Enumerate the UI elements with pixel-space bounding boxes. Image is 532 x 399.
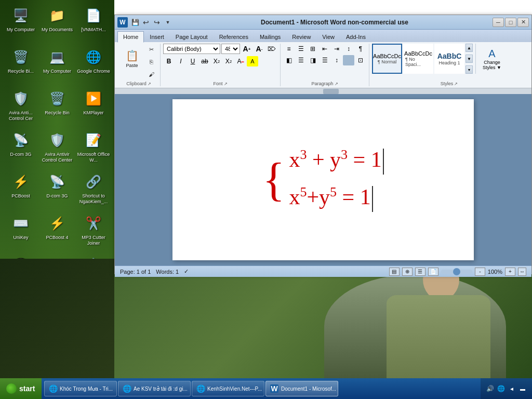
- increase-font-btn[interactable]: A+: [241, 44, 252, 54]
- strikethrough-button[interactable]: ab: [199, 56, 210, 66]
- zoom-slider[interactable]: [441, 270, 472, 274]
- clear-format-btn[interactable]: ⌦: [266, 44, 277, 54]
- font-size-select[interactable]: 48: [221, 44, 240, 54]
- tray-volume-icon[interactable]: 🔊: [486, 384, 494, 393]
- undo-quick-btn[interactable]: ↩: [141, 18, 151, 27]
- zoom-fit-btn[interactable]: ↔: [518, 268, 526, 276]
- tab-review[interactable]: Review: [286, 31, 316, 42]
- tab-view[interactable]: View: [316, 31, 340, 42]
- copy-button[interactable]: ⎘: [145, 56, 157, 68]
- cut-button[interactable]: ✂: [145, 44, 157, 55]
- style-no-spacing[interactable]: AaBbCcDc ¶ No Spaci...: [403, 44, 433, 74]
- underline-button[interactable]: U: [187, 56, 198, 66]
- desktop-icon-dcom3g[interactable]: 📡 D-com 3G: [3, 127, 39, 169]
- format-painter-button[interactable]: 🖌: [145, 69, 157, 80]
- quick-access-dropdown[interactable]: ▼: [163, 18, 172, 27]
- font-dialog-launcher[interactable]: ↗: [224, 82, 228, 86]
- line-spacing-btn[interactable]: ↕: [331, 55, 342, 65]
- desktop-icon-vnmath[interactable]: 📄 [VNMATH...: [75, 3, 112, 44]
- tab-page-layout[interactable]: Page Layout: [170, 31, 214, 42]
- superscript-button[interactable]: X2: [223, 56, 234, 66]
- recycle-bin-full-icon: 🗑️: [10, 47, 31, 68]
- zoom-in-btn[interactable]: +: [505, 268, 515, 276]
- desktop-icon-unikey[interactable]: ⌨️ UniKey: [3, 210, 39, 252]
- align-right-btn[interactable]: ◨: [307, 55, 318, 65]
- taskbar-item-3[interactable]: 🌐 KenhSinhVien.Net---P...: [192, 381, 264, 396]
- change-styles-button[interactable]: A ChangeStyles ▼: [478, 44, 506, 74]
- desktop-icon-mp3cutter[interactable]: ✂️ MP3 Cutter Joiner: [75, 210, 112, 252]
- desktop-icon-google-chrome[interactable]: 🌐 Google Chrome: [75, 44, 112, 86]
- minimize-button[interactable]: ─: [493, 18, 504, 27]
- shading-btn[interactable]: [343, 55, 354, 65]
- styles-dialog-launcher[interactable]: ↗: [454, 82, 458, 86]
- paste-button[interactable]: 📋 Paste: [120, 44, 144, 74]
- italic-button[interactable]: I: [175, 56, 187, 66]
- view-normal-btn[interactable]: ▤: [389, 268, 400, 276]
- tray-network-icon[interactable]: 🌐: [497, 384, 505, 393]
- multilevel-btn[interactable]: ⊞: [307, 44, 318, 54]
- justify-btn[interactable]: ☰: [319, 55, 330, 65]
- start-button[interactable]: start: [0, 378, 42, 399]
- bullets-btn[interactable]: ≡: [283, 44, 295, 54]
- desktop-icon-recycle-bin[interactable]: 🗑️ Recycle Bin: [39, 86, 75, 127]
- tab-references[interactable]: References: [214, 31, 254, 42]
- align-left-btn[interactable]: ◧: [283, 55, 295, 65]
- document-page[interactable]: { x3 + y3 = 1 x5+y5 = 1: [172, 99, 474, 260]
- save-quick-btn[interactable]: 💾: [130, 18, 140, 27]
- align-center-btn[interactable]: ☰: [295, 55, 307, 65]
- styles-scroll-more[interactable]: ▾: [466, 65, 473, 74]
- desktop-icon-msoffice[interactable]: 📝 Microsoft Office W...: [75, 127, 112, 169]
- styles-scroll-down[interactable]: ▼: [466, 55, 473, 63]
- view-outline-btn[interactable]: ☰: [415, 268, 425, 276]
- desktop-icon-avira2[interactable]: 🛡️ Avira Antivir Control Center: [39, 127, 75, 169]
- decrease-indent-btn[interactable]: ⇤: [319, 44, 330, 54]
- subscript-button[interactable]: X2: [211, 56, 222, 66]
- desktop-icon-kmplayer[interactable]: ▶️ KMPlayer: [75, 86, 112, 127]
- desktop-icon-recycle-bin-full[interactable]: 🗑️ Recycle Bi...: [3, 44, 39, 86]
- maximize-button[interactable]: □: [505, 18, 516, 27]
- sort-btn[interactable]: ↕: [343, 44, 354, 54]
- bold-button[interactable]: B: [163, 56, 175, 66]
- taskbar-item-1[interactable]: 🌐 Khóc Trong Mưa - Tri...: [44, 381, 117, 396]
- zoom-handle[interactable]: [453, 268, 460, 275]
- scroll-thumb[interactable]: [323, 89, 339, 94]
- desktop-icon-avira[interactable]: 🛡️ Avira Anti... Control Cer: [3, 86, 39, 127]
- numbering-btn[interactable]: ☰: [295, 44, 307, 54]
- desktop-icon-my-computer[interactable]: 🖥️ My Computer: [3, 3, 39, 44]
- desktop-icon-shortcut[interactable]: 🔗 Shortcut to NgaoKiem_...: [75, 169, 112, 210]
- clipboard-dialog-launcher[interactable]: ↗: [148, 82, 151, 86]
- word-app-icon: W: [117, 17, 128, 28]
- tab-home[interactable]: Home: [117, 31, 144, 43]
- spell-check-icon[interactable]: ✓: [184, 268, 189, 275]
- h-scrollbar[interactable]: [115, 88, 531, 94]
- style-normal[interactable]: AaBbCcDc ¶ Normal: [372, 44, 402, 74]
- tray-arrow-icon[interactable]: ◄: [508, 384, 516, 393]
- increase-indent-btn[interactable]: ⇥: [331, 44, 342, 54]
- style-heading1[interactable]: AaBbC Heading 1: [434, 44, 464, 74]
- zoom-out-btn[interactable]: -: [475, 268, 485, 276]
- zoom-level: 100%: [488, 269, 502, 275]
- taskbar-item-4[interactable]: W Document1 - Microsof...: [265, 381, 338, 396]
- decrease-font-btn[interactable]: A-: [254, 44, 265, 54]
- view-web-btn[interactable]: ⊕: [402, 268, 413, 276]
- redo-quick-btn[interactable]: ↪: [152, 18, 162, 27]
- desktop-icon-dcom3g2[interactable]: 📡 D-com 3G: [39, 169, 75, 210]
- styles-scroll-up[interactable]: ▲: [466, 44, 473, 52]
- font-color-btn[interactable]: A▬: [235, 56, 246, 66]
- paragraph-dialog-launcher[interactable]: ↗: [335, 82, 338, 86]
- tab-mailings[interactable]: Mailings: [254, 31, 286, 42]
- tab-add-ins[interactable]: Add-Ins: [340, 31, 371, 42]
- view-draft-btn[interactable]: 📄: [428, 268, 438, 276]
- close-button[interactable]: ✕: [517, 18, 529, 27]
- font-family-select[interactable]: Calibri (Body): [163, 44, 220, 54]
- tab-insert[interactable]: Insert: [144, 31, 170, 42]
- desktop-icon-pcboost4[interactable]: ⚡ PCBoost 4: [39, 210, 75, 252]
- desktop-icon-my-documents[interactable]: 📁 My Documents: [39, 3, 75, 44]
- desktop-icon-pcboost[interactable]: ⚡ PCBoost: [3, 169, 39, 210]
- show-para-btn[interactable]: ¶: [355, 44, 366, 54]
- taskbar-item-2[interactable]: 🌐 Ae KSV trở tài đi :d gi...: [118, 381, 191, 396]
- borders-btn[interactable]: ⊡: [355, 55, 366, 65]
- highlight-color-btn[interactable]: A: [247, 56, 258, 66]
- desktop-icon-my-computer2[interactable]: 💻 My Computer: [39, 44, 75, 86]
- taskbar-chrome-icon-2: 🌐: [123, 384, 131, 393]
